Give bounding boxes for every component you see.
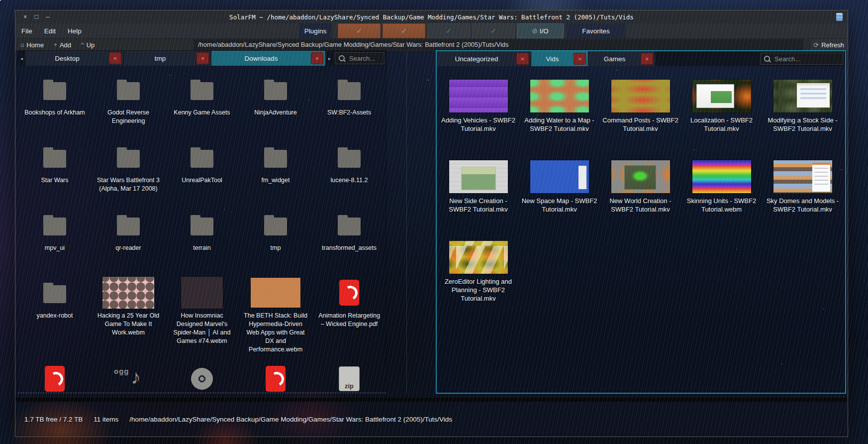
search-input[interactable] [773, 55, 840, 63]
zip-item[interactable]: zip [312, 362, 386, 393]
folder-item[interactable]: Star Wars [18, 140, 92, 200]
file-label: ZeroEditor Lighting and Planning - SWBF2… [440, 277, 517, 303]
io-button[interactable]: ⊘ I/O [517, 23, 564, 38]
folder-item[interactable]: transformed_assets [312, 208, 386, 268]
video-thumbnail [611, 80, 670, 112]
icon-box [339, 276, 359, 310]
plus-icon: + [54, 41, 57, 48]
folder-item[interactable]: lucene-8.11.2 [312, 140, 386, 200]
folder-item[interactable]: mpv_ui [18, 208, 92, 268]
up-label: Up [87, 41, 95, 49]
bottom-divider [15, 398, 848, 402]
minimize-window-icon[interactable]: – [46, 10, 49, 23]
up-button[interactable]: ^ Up [76, 39, 99, 51]
video-item[interactable]: Sky Domes and Models - SWBF2 Tutorial.mk… [762, 159, 843, 231]
video-item[interactable]: New Side Creation - SWBF2 Tutorial.mkv [438, 159, 519, 231]
close-window-icon[interactable]: × [23, 10, 27, 23]
video-item[interactable]: Skinning Units - SWBF2 Tutorial.webm [681, 159, 762, 231]
tab-downloads[interactable]: Downloads× [211, 51, 326, 66]
video-item[interactable]: Adding Water to a Map - SWBF2 Tutorial.m… [519, 78, 600, 151]
pdf-item[interactable] [239, 362, 312, 393]
tab-desktop[interactable]: Desktop× [25, 51, 124, 66]
tab-label: Uncategorized [437, 55, 516, 63]
menu-file[interactable]: File [15, 27, 38, 35]
folder-item[interactable]: Bookshops of Arkham [18, 73, 92, 132]
tab-tmp[interactable]: tmp× [124, 51, 211, 66]
up-arrow-icon: ^ [81, 41, 84, 48]
video-item[interactable]: Modifying a Stock Side - SWBF2 Tutorial.… [762, 78, 843, 151]
close-icon[interactable]: × [109, 52, 121, 64]
close-icon[interactable]: × [311, 52, 323, 64]
scroll-tabs-right-icon[interactable]: ▸ [326, 51, 333, 66]
left-file-grid: Bookshops of ArkhamGodot Reverse Enginee… [18, 66, 386, 393]
file-label: Godot Reverse Engineering [96, 109, 161, 125]
video-item[interactable]: Command Posts - SWBF2 Tutorial.mkv [600, 78, 681, 151]
menu-help[interactable]: Help [62, 27, 88, 35]
icon-box [692, 78, 751, 114]
icon-box [191, 208, 213, 242]
menu-edit[interactable]: Edit [38, 27, 62, 35]
check-icon: ✓ [490, 26, 497, 35]
video-item[interactable]: The BETH Stack: Build Hypermedia-Driven … [239, 276, 312, 354]
check-button[interactable]: ✓ [383, 23, 425, 38]
video-item[interactable]: New World Creation - SWBF2 Tutorial.mkv [600, 159, 681, 231]
check-icon: ✓ [401, 26, 407, 35]
pdf-item[interactable]: Animation Retargeting – Wicked Engine.pd… [312, 276, 386, 354]
folder-item[interactable]: SW:BF2-Assets [312, 73, 386, 132]
icon-box [611, 78, 670, 114]
folder-item[interactable]: terrain [165, 208, 239, 268]
video-item[interactable]: How Insomniac Designed Marvel's Spider-M… [165, 276, 239, 354]
close-icon[interactable]: × [196, 52, 209, 64]
close-icon[interactable]: × [641, 53, 653, 65]
plugins-button[interactable]: Plugins [299, 23, 332, 38]
refresh-button[interactable]: ⟳ Refresh [809, 39, 848, 51]
folder-icon [191, 150, 213, 168]
folder-item[interactable]: UnrealPakTool [165, 140, 239, 200]
tab-games[interactable]: Games× [588, 51, 656, 66]
scroll-tabs-left-icon[interactable]: ◂ [18, 51, 25, 66]
folder-item[interactable]: Star Wars Battlefront 3 (Alpha, Mar 17 2… [92, 140, 165, 200]
pdf-item[interactable] [18, 362, 92, 393]
icon-box [773, 159, 832, 195]
video-item[interactable]: New Space Map - SWBF2 Tutorial.mkv [519, 159, 600, 231]
check-button[interactable]: ✓ [472, 23, 515, 38]
video-thumbnail [692, 160, 751, 193]
folder-item[interactable]: Godot Reverse Engineering [92, 73, 165, 132]
file-label: NinjaAdventure [254, 109, 296, 117]
disc-item[interactable] [165, 362, 239, 393]
check-button[interactable]: ✓ [427, 23, 470, 38]
search-input[interactable] [348, 54, 381, 63]
add-tab-button[interactable]: + Add [49, 39, 76, 51]
video-item[interactable]: Adding Vehicles - SWBF2 Tutorial.mkv [438, 78, 519, 151]
folder-item[interactable]: qr-reader [92, 208, 165, 268]
folder-item[interactable]: fm_widget [239, 140, 312, 200]
folder-item[interactable]: Kenny Game Assets [165, 73, 239, 132]
title-bar[interactable]: × □ – SolarFM ~ /home/abaddon/LazyShare/… [15, 10, 848, 23]
folder-icon [117, 150, 140, 168]
path-bar[interactable]: /home/abaddon/LazyShare/Synced Backup/Ga… [193, 39, 803, 50]
video-item[interactable]: ZeroEditor Lighting and Planning - SWBF2… [438, 239, 519, 312]
check-button[interactable]: ✓ [338, 23, 381, 38]
folder-item[interactable]: tmp [239, 208, 312, 268]
folder-item[interactable]: NinjaAdventure [239, 73, 312, 132]
refresh-icon: ⟳ [813, 41, 819, 49]
folder-icon [117, 82, 140, 100]
favorites-button[interactable]: Favorites [566, 23, 626, 38]
home-button[interactable]: ⌂ Home [15, 39, 49, 51]
video-item[interactable]: Localization - SWBF2 Tutorial.mkv [681, 78, 762, 151]
menu-action-buttons: Plugins ✓✓✓✓ ⊘ I/O Favorites [299, 23, 626, 38]
file-label: New Side Creation - SWBF2 Tutorial.mkv [440, 197, 517, 214]
status-path-label: /home/abaddon/LazyShare/Synced Backup/Ga… [129, 416, 452, 423]
file-label: New World Creation - SWBF2 Tutorial.mkv [602, 197, 679, 214]
tab-uncategorized[interactable]: Uncategorized× [437, 51, 531, 66]
maximize-window-icon[interactable]: □ [35, 10, 39, 23]
audio-item[interactable]: ogg♪ [92, 362, 165, 393]
pane-separator[interactable] [406, 50, 407, 394]
close-icon[interactable]: × [574, 53, 586, 65]
tab-vids[interactable]: Vids× [531, 51, 588, 66]
video-item[interactable]: Hacking a 25 Year Old Game To Make It Wo… [92, 276, 165, 354]
video-thumbnail [449, 160, 508, 193]
file-label: Star Wars [41, 176, 68, 185]
close-icon[interactable]: × [516, 53, 529, 65]
folder-item[interactable]: yandex-robot [18, 276, 92, 354]
